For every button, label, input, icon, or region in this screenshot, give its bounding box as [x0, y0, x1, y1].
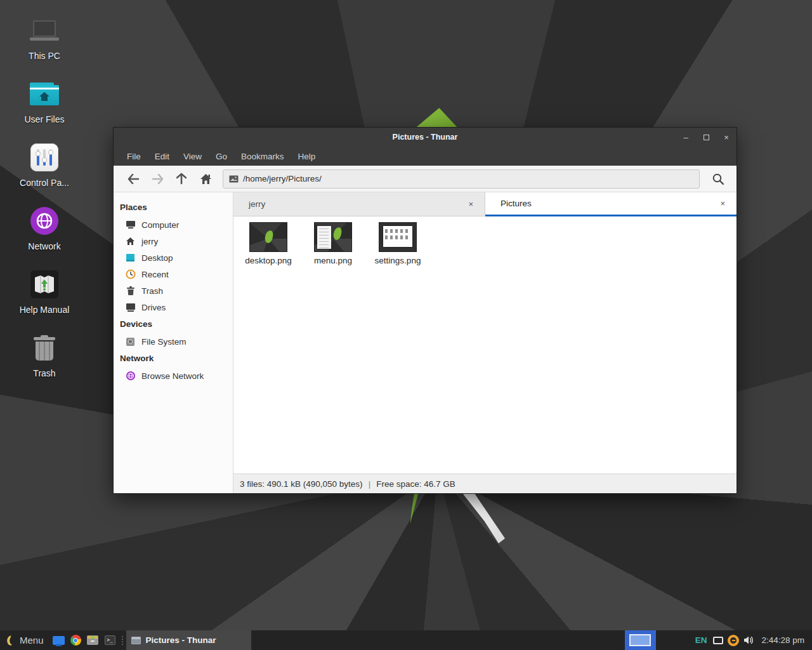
- sidebar-item-drives[interactable]: Drives: [114, 299, 233, 315]
- maximize-button[interactable]: [696, 128, 716, 147]
- browse-network-icon: [125, 371, 136, 381]
- sidebar-item-label: Recent: [141, 270, 169, 279]
- task-button-label: Pictures - Thunar: [146, 635, 216, 645]
- titlebar[interactable]: Pictures - Thunar – ×: [114, 128, 737, 147]
- desktop-icon-label: Help Manual: [20, 305, 70, 315]
- back-button[interactable]: [121, 169, 145, 189]
- trash-icon: [125, 286, 136, 296]
- desktop-icon-help-manual[interactable]: Help Manual: [11, 269, 77, 315]
- desktop-icon-network[interactable]: Network: [11, 206, 77, 251]
- sidebar-item-label: jerry: [141, 237, 158, 246]
- desktop-icon-control-panel[interactable]: Control Pa...: [11, 142, 77, 188]
- status-separator: |: [369, 479, 371, 489]
- home-icon: [125, 236, 136, 247]
- file-settings-png[interactable]: settings.png: [366, 223, 429, 265]
- up-button[interactable]: [169, 169, 193, 189]
- system-tray: EN 2:44:28 pm: [625, 630, 812, 650]
- tab-close-icon[interactable]: ×: [466, 198, 476, 210]
- sidebar-item-label: Trash: [141, 286, 163, 296]
- menu-bookmarks[interactable]: Bookmarks: [234, 147, 291, 166]
- update-manager-icon: [728, 635, 739, 646]
- desktop-icon-user-files[interactable]: User Files: [11, 79, 77, 124]
- sidebar-item-label: Computer: [141, 220, 179, 230]
- search-button[interactable]: [707, 169, 729, 189]
- laptop-icon: [30, 20, 59, 41]
- file-desktop-png[interactable]: desktop.png: [237, 223, 300, 265]
- start-menu-button[interactable]: Menu: [0, 630, 50, 650]
- menu-file[interactable]: File: [120, 147, 148, 166]
- sidebar-header-network: Network: [114, 350, 233, 368]
- file-cabinet-icon: [87, 635, 98, 645]
- sidebar-item-label: Desktop: [141, 253, 173, 263]
- file-menu-png[interactable]: menu.png: [301, 223, 365, 265]
- toolbar: /home/jerry/Pictures/: [114, 166, 737, 192]
- status-files-info: 3 files: 490.1 kB (490,050 bytes): [240, 479, 363, 489]
- tab-close-icon[interactable]: ×: [717, 197, 728, 209]
- menu-help[interactable]: Help: [291, 147, 323, 166]
- main-pane: jerry × Pictures × desktop.png: [233, 192, 737, 493]
- help-manual-icon: [30, 270, 58, 298]
- launcher-chrome[interactable]: [67, 630, 84, 650]
- workspace-switcher[interactable]: [625, 630, 656, 650]
- forward-button[interactable]: [145, 169, 169, 189]
- file-name: menu.png: [314, 256, 352, 265]
- launcher-show-desktop[interactable]: [50, 630, 67, 650]
- status-free-space: Free space: 46.7 GB: [376, 479, 455, 489]
- menu-edit[interactable]: Edit: [148, 147, 176, 166]
- home-icon: [200, 173, 212, 185]
- sidebar-item-computer[interactable]: Computer: [114, 216, 233, 233]
- wallpaper-logo-green-sliver: [409, 494, 419, 524]
- sidebar-item-label: File System: [141, 337, 187, 347]
- volume-icon: [743, 635, 754, 645]
- tray-spacer: [656, 630, 691, 650]
- settings-png-thumbnail: [379, 223, 416, 251]
- tray-display[interactable]: [710, 630, 726, 650]
- tray-update-manager[interactable]: [726, 630, 741, 650]
- maximize-icon: [704, 135, 709, 140]
- minimize-button[interactable]: –: [676, 128, 696, 147]
- sidebar-item-browse-network[interactable]: Browse Network: [114, 368, 233, 384]
- desktop-icon-this-pc[interactable]: This PC: [11, 15, 77, 61]
- menu-view[interactable]: View: [176, 147, 209, 166]
- tab-bar: jerry × Pictures ×: [233, 192, 737, 216]
- taskbar: Menu >_ Pictures - Thunar EN 2:44:28 pm: [0, 630, 812, 650]
- launcher-file-manager[interactable]: [84, 630, 102, 650]
- sidebar: Places Computer jerry: [114, 192, 233, 493]
- launcher-terminal[interactable]: >_: [102, 630, 119, 650]
- menu-go[interactable]: Go: [209, 147, 234, 166]
- sidebar-item-desktop[interactable]: Desktop: [114, 249, 233, 266]
- path-bar[interactable]: /home/jerry/Pictures/: [223, 169, 700, 189]
- home-button[interactable]: [193, 169, 218, 189]
- path-text: /home/jerry/Pictures/: [243, 174, 322, 183]
- show-desktop-icon: [53, 636, 65, 645]
- file-view[interactable]: desktop.png menu.png settings.png: [233, 216, 737, 474]
- sidebar-item-jerry[interactable]: jerry: [114, 233, 233, 249]
- start-menu-icon: [5, 635, 15, 646]
- thunar-window: Pictures - Thunar – × File Edit View Go …: [113, 127, 737, 494]
- taskbar-handle[interactable]: [120, 630, 125, 650]
- window-title: Pictures - Thunar: [114, 133, 737, 142]
- sidebar-item-file-system[interactable]: File System: [114, 333, 233, 350]
- home-folder-icon: [30, 83, 59, 105]
- sidebar-item-trash[interactable]: Trash: [114, 282, 233, 299]
- desktop-icon-trash[interactable]: Trash: [11, 333, 77, 378]
- task-button-thunar[interactable]: Pictures - Thunar: [126, 630, 251, 650]
- window-controls: – ×: [676, 128, 737, 147]
- desktop-icon-column: This PC User Files Control Pa...: [11, 15, 77, 396]
- close-button[interactable]: ×: [716, 128, 737, 147]
- desktop-icon-label: Network: [28, 241, 60, 251]
- start-menu-label: Menu: [20, 635, 44, 646]
- filesystem-icon: [125, 336, 136, 347]
- tab-pictures[interactable]: Pictures ×: [485, 192, 737, 216]
- sidebar-item-recent[interactable]: Recent: [114, 266, 233, 282]
- clock[interactable]: 2:44:28 pm: [756, 635, 812, 645]
- control-panel-icon: [30, 143, 58, 171]
- tray-volume[interactable]: [741, 630, 756, 650]
- sidebar-header-places: Places: [114, 199, 233, 216]
- desktop-wallpaper: This PC User Files Control Pa...: [0, 0, 812, 650]
- tab-jerry[interactable]: jerry ×: [233, 192, 485, 216]
- computer-icon: [125, 220, 136, 230]
- forward-icon: [152, 174, 164, 184]
- window-icon: [131, 637, 141, 644]
- keyboard-layout-indicator[interactable]: EN: [691, 635, 711, 645]
